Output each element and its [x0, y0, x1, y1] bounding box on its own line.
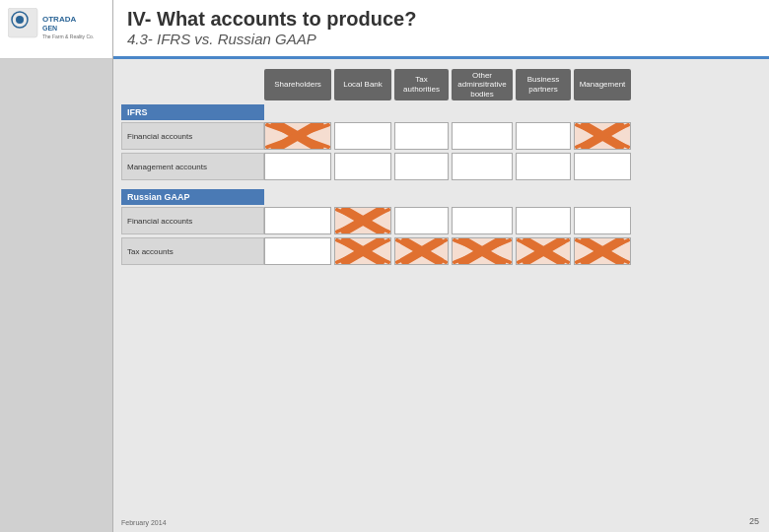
cell-0-0-2: [394, 122, 449, 150]
svg-rect-18: [395, 238, 448, 264]
cell-0-0-0: [264, 122, 331, 150]
row-label-1-1: Tax accounts: [121, 237, 264, 265]
cell-1-1-3: [452, 237, 513, 265]
row-label-0-0: Financial accounts: [121, 122, 264, 150]
svg-rect-27: [575, 238, 630, 264]
col-header-5: Management: [574, 69, 631, 100]
cells-0-0: [264, 122, 631, 150]
cell-0-0-3: [452, 122, 513, 150]
row-label-0-1: Management accounts: [121, 153, 264, 180]
data-row-1-0: Financial accounts: [121, 207, 761, 234]
footer-date: February 2014: [121, 519, 167, 526]
col-header-2: Tax authorities: [394, 69, 449, 100]
cell-1-1-1: [334, 237, 391, 265]
svg-rect-24: [517, 238, 570, 264]
main-content: IV- What accounts to produce? 4.3- IFRS …: [113, 0, 769, 532]
row-label-1-0: Financial accounts: [121, 207, 264, 234]
svg-text:The Farm & Reality Co.: The Farm & Reality Co.: [42, 33, 94, 39]
section-label-0: IFRS: [121, 104, 264, 120]
x-mark-0-0-5: [575, 123, 630, 149]
cell-0-0-5: [574, 122, 631, 150]
section-label-1: Russian GAAP: [121, 189, 264, 205]
cell-0-1-1: [334, 153, 391, 180]
sidebar: OTRADA GEN The Farm & Reality Co.: [0, 0, 113, 532]
cells-1-1: [264, 237, 631, 265]
cell-0-1-4: [516, 153, 571, 180]
col-header-0: Shareholders: [264, 69, 331, 100]
x-mark-1-0-1: [335, 208, 390, 233]
cells-0-1: [264, 153, 631, 180]
cell-0-1-2: [394, 153, 449, 180]
x-mark-1-1-3: [453, 238, 512, 264]
cell-1-1-2: [394, 237, 449, 265]
cell-0-1-5: [574, 153, 631, 180]
svg-rect-21: [453, 238, 512, 264]
x-mark-1-1-2: [395, 238, 448, 264]
data-row-0-0: Financial accounts: [121, 122, 761, 150]
svg-rect-9: [575, 123, 630, 149]
cell-1-0-4: [516, 207, 571, 234]
col-header-3: Other adminsitrative bodies: [452, 69, 513, 100]
page-number: 25: [749, 516, 759, 526]
cell-0-1-0: [264, 153, 331, 180]
cell-0-0-1: [334, 122, 391, 150]
cell-1-0-2: [394, 207, 449, 234]
cell-1-0-5: [574, 207, 631, 234]
cell-0-1-3: [452, 153, 513, 180]
col-headers: ShareholdersLocal BankTax authoritiesOth…: [264, 69, 761, 100]
col-header-1: Local Bank: [334, 69, 391, 100]
table-area: ShareholdersLocal BankTax authoritiesOth…: [113, 59, 769, 276]
cell-1-0-0: [264, 207, 331, 234]
logo-area: OTRADA GEN The Farm & Reality Co.: [0, 0, 112, 59]
svg-text:GEN: GEN: [42, 25, 57, 32]
svg-rect-6: [265, 123, 330, 149]
sections-container: IFRSFinancial accounts Management accoun…: [121, 104, 761, 265]
col-header-4: Business partners: [516, 69, 571, 100]
x-mark-0-0-0: [265, 123, 330, 149]
x-mark-1-1-5: [575, 238, 630, 264]
data-row-0-1: Management accounts: [121, 153, 761, 180]
cell-1-0-1: [334, 207, 391, 234]
cell-0-0-4: [516, 122, 571, 150]
cell-1-0-3: [452, 207, 513, 234]
svg-rect-12: [335, 208, 390, 233]
logo-svg: OTRADA GEN The Farm & Reality Co.: [8, 8, 97, 47]
svg-text:OTRADA: OTRADA: [42, 15, 76, 24]
header: IV- What accounts to produce? 4.3- IFRS …: [113, 0, 769, 59]
header-title: IV- What accounts to produce?: [127, 8, 755, 31]
cell-1-1-0: [264, 237, 331, 265]
cell-1-1-5: [574, 237, 631, 265]
cells-1-0: [264, 207, 631, 234]
cell-1-1-4: [516, 237, 571, 265]
svg-rect-15: [335, 238, 390, 264]
data-row-1-1: Tax accounts: [121, 237, 761, 265]
x-mark-1-1-4: [517, 238, 570, 264]
svg-point-2: [16, 16, 24, 24]
header-subtitle: 4.3- IFRS vs. Russian GAAP: [127, 31, 755, 47]
x-mark-1-1-1: [335, 238, 390, 264]
